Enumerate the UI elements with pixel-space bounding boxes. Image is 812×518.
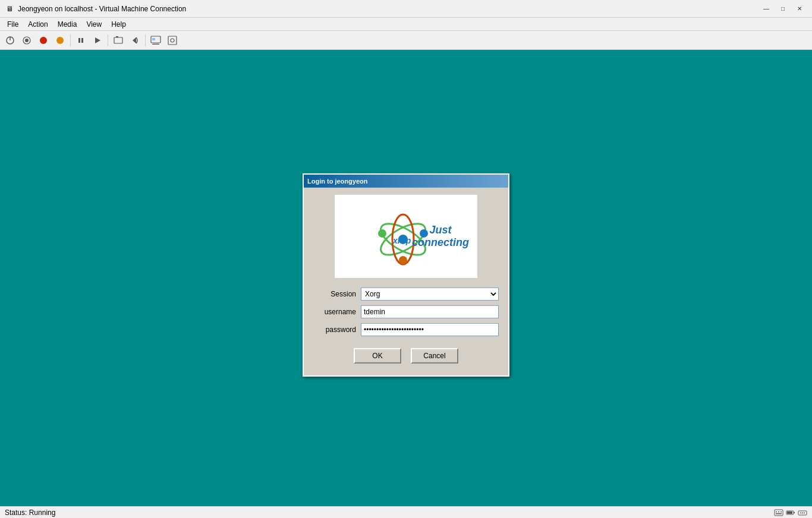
session-label: Session xyxy=(313,290,361,298)
vm-desktop: Login to jeongyeon xrdp xyxy=(0,50,812,518)
svg-text:xrdp: xrdp xyxy=(392,236,411,245)
svg-point-23 xyxy=(399,256,407,264)
connecting-text: connecting xyxy=(412,236,469,249)
toolbar xyxy=(0,31,812,50)
toolbar-sep1 xyxy=(70,34,71,46)
toolbar-revert-btn[interactable] xyxy=(127,33,143,48)
toolbar-resume-btn[interactable] xyxy=(90,33,105,48)
password-input[interactable] xyxy=(361,323,499,336)
svg-point-36 xyxy=(804,512,805,513)
session-select[interactable]: Xorg Xvnc X11rdp xyxy=(361,288,499,301)
password-row: password xyxy=(313,323,499,336)
dialog-title: Login to jeongyeon xyxy=(307,178,367,185)
toolbar-shutdown-btn[interactable] xyxy=(52,33,68,48)
svg-rect-10 xyxy=(116,36,118,37)
maximize-button[interactable]: □ xyxy=(775,3,791,15)
toolbar-sep2 xyxy=(108,34,108,46)
svg-marker-8 xyxy=(95,37,100,43)
svg-rect-13 xyxy=(152,44,159,45)
svg-rect-9 xyxy=(114,37,122,43)
svg-rect-27 xyxy=(778,511,779,513)
svg-rect-28 xyxy=(780,511,782,513)
svg-point-5 xyxy=(56,37,64,44)
svg-rect-14 xyxy=(152,38,155,40)
toolbar-pause-btn[interactable] xyxy=(73,33,89,48)
svg-point-34 xyxy=(800,512,801,513)
svg-rect-7 xyxy=(81,38,83,43)
toolbar-settings-btn[interactable] xyxy=(165,33,180,48)
login-dialog: Login to jeongyeon xrdp xyxy=(303,173,509,377)
svg-point-35 xyxy=(802,512,803,513)
menu-bar: File Action Media View Help xyxy=(0,18,812,31)
svg-point-4 xyxy=(40,37,47,44)
password-label: password xyxy=(313,326,361,334)
title-bar-text: Jeongyeon on localhost - Virtual Machine… xyxy=(18,5,759,13)
menu-action[interactable]: Action xyxy=(23,19,52,30)
network-icon xyxy=(798,508,807,517)
toolbar-start-btn[interactable] xyxy=(19,33,34,48)
svg-rect-31 xyxy=(794,512,795,513)
menu-view[interactable]: View xyxy=(81,19,106,30)
title-bar: 🖥 Jeongyeon on localhost - Virtual Machi… xyxy=(0,0,812,18)
menu-help[interactable]: Help xyxy=(106,19,131,30)
dialog-buttons: OK Cancel xyxy=(313,348,499,366)
svg-rect-29 xyxy=(776,513,782,514)
xrdp-logo: xrdp Just connecting xyxy=(335,195,477,278)
svg-rect-6 xyxy=(78,38,80,43)
username-row: username xyxy=(313,305,499,318)
session-row: Session Xorg Xvnc X11rdp xyxy=(313,288,499,301)
toolbar-stop-btn[interactable] xyxy=(36,33,51,48)
svg-rect-12 xyxy=(153,43,159,44)
dialog-title-bar: Login to jeongyeon xyxy=(304,175,508,188)
svg-rect-25 xyxy=(775,510,783,516)
svg-rect-26 xyxy=(776,511,777,513)
status-text: Status: Running xyxy=(5,508,55,517)
username-label: username xyxy=(313,308,361,316)
svg-point-16 xyxy=(171,39,174,42)
toolbar-screenshot-btn[interactable] xyxy=(111,33,126,48)
just-text: Just xyxy=(412,224,469,236)
minimize-button[interactable]: — xyxy=(759,3,774,15)
toolbar-power-btn[interactable] xyxy=(2,33,18,48)
svg-point-21 xyxy=(378,229,386,238)
toolbar-vmconnect-btn[interactable] xyxy=(148,33,163,48)
window-controls: — □ ✕ xyxy=(759,3,807,15)
svg-point-3 xyxy=(25,39,29,42)
keyboard-icon xyxy=(774,508,783,517)
menu-media[interactable]: Media xyxy=(53,19,82,30)
username-input[interactable] xyxy=(361,305,499,318)
menu-file[interactable]: File xyxy=(2,19,23,30)
status-bar: Status: Running xyxy=(0,506,812,518)
title-bar-icon: 🖥 xyxy=(5,4,14,14)
close-button[interactable]: ✕ xyxy=(792,3,807,15)
toolbar-sep3 xyxy=(145,34,146,46)
system-tray xyxy=(774,508,807,517)
cancel-button[interactable]: Cancel xyxy=(411,348,458,364)
svg-rect-32 xyxy=(787,511,792,514)
battery-icon xyxy=(786,508,795,517)
ok-button[interactable]: OK xyxy=(354,348,401,364)
dialog-content: xrdp Just connecting Session Xorg Xvnc X… xyxy=(304,188,508,375)
svg-rect-15 xyxy=(168,36,177,45)
xrdp-tagline: Just connecting xyxy=(412,224,469,249)
